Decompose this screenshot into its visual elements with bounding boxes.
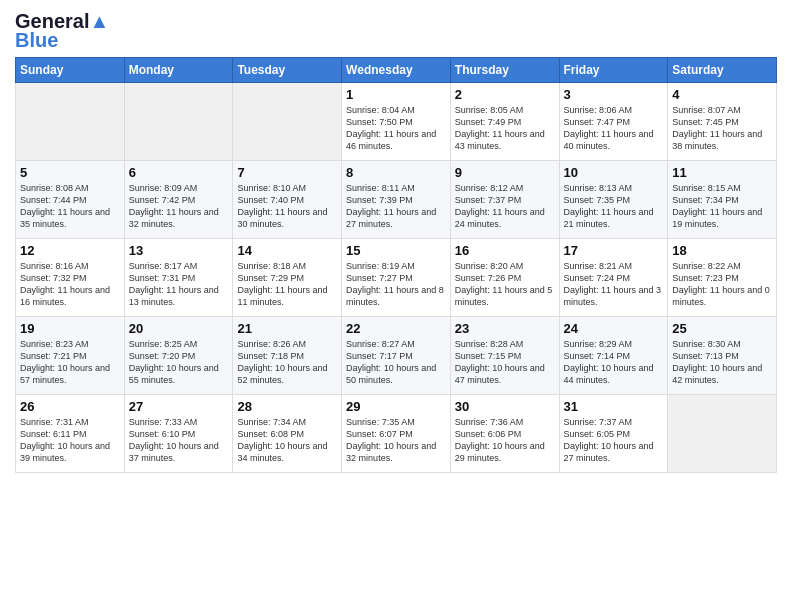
day-cell: 27 Sunrise: 7:33 AMSunset: 6:10 PMDaylig…	[124, 395, 233, 473]
cell-info: Sunrise: 8:06 AMSunset: 7:47 PMDaylight:…	[564, 104, 664, 153]
day-cell: 25 Sunrise: 8:30 AMSunset: 7:13 PMDaylig…	[668, 317, 777, 395]
day-number: 4	[672, 87, 772, 102]
week-row-1: 5 Sunrise: 8:08 AMSunset: 7:44 PMDayligh…	[16, 161, 777, 239]
day-number: 13	[129, 243, 229, 258]
weekday-header-saturday: Saturday	[668, 58, 777, 83]
cell-info: Sunrise: 8:13 AMSunset: 7:35 PMDaylight:…	[564, 182, 664, 231]
day-number: 21	[237, 321, 337, 336]
day-cell: 4 Sunrise: 8:07 AMSunset: 7:45 PMDayligh…	[668, 83, 777, 161]
cell-info: Sunrise: 8:18 AMSunset: 7:29 PMDaylight:…	[237, 260, 337, 309]
week-row-3: 19 Sunrise: 8:23 AMSunset: 7:21 PMDaylig…	[16, 317, 777, 395]
day-cell: 5 Sunrise: 8:08 AMSunset: 7:44 PMDayligh…	[16, 161, 125, 239]
day-cell: 19 Sunrise: 8:23 AMSunset: 7:21 PMDaylig…	[16, 317, 125, 395]
day-cell: 26 Sunrise: 7:31 AMSunset: 6:11 PMDaylig…	[16, 395, 125, 473]
cell-info: Sunrise: 8:28 AMSunset: 7:15 PMDaylight:…	[455, 338, 555, 387]
cell-info: Sunrise: 8:08 AMSunset: 7:44 PMDaylight:…	[20, 182, 120, 231]
day-cell: 10 Sunrise: 8:13 AMSunset: 7:35 PMDaylig…	[559, 161, 668, 239]
day-number: 9	[455, 165, 555, 180]
weekday-header-sunday: Sunday	[16, 58, 125, 83]
day-number: 23	[455, 321, 555, 336]
day-cell	[668, 395, 777, 473]
day-number: 27	[129, 399, 229, 414]
day-cell: 6 Sunrise: 8:09 AMSunset: 7:42 PMDayligh…	[124, 161, 233, 239]
cell-info: Sunrise: 8:09 AMSunset: 7:42 PMDaylight:…	[129, 182, 229, 231]
cell-info: Sunrise: 7:36 AMSunset: 6:06 PMDaylight:…	[455, 416, 555, 465]
day-number: 2	[455, 87, 555, 102]
day-cell: 22 Sunrise: 8:27 AMSunset: 7:17 PMDaylig…	[342, 317, 451, 395]
day-number: 31	[564, 399, 664, 414]
day-number: 22	[346, 321, 446, 336]
cell-info: Sunrise: 8:05 AMSunset: 7:49 PMDaylight:…	[455, 104, 555, 153]
cell-info: Sunrise: 8:27 AMSunset: 7:17 PMDaylight:…	[346, 338, 446, 387]
day-cell: 29 Sunrise: 7:35 AMSunset: 6:07 PMDaylig…	[342, 395, 451, 473]
day-number: 14	[237, 243, 337, 258]
day-number: 6	[129, 165, 229, 180]
cell-info: Sunrise: 7:33 AMSunset: 6:10 PMDaylight:…	[129, 416, 229, 465]
cell-info: Sunrise: 8:26 AMSunset: 7:18 PMDaylight:…	[237, 338, 337, 387]
day-cell	[233, 83, 342, 161]
cell-info: Sunrise: 7:35 AMSunset: 6:07 PMDaylight:…	[346, 416, 446, 465]
day-cell	[16, 83, 125, 161]
day-number: 19	[20, 321, 120, 336]
weekday-header-thursday: Thursday	[450, 58, 559, 83]
day-number: 3	[564, 87, 664, 102]
day-number: 28	[237, 399, 337, 414]
day-number: 26	[20, 399, 120, 414]
day-cell: 1 Sunrise: 8:04 AMSunset: 7:50 PMDayligh…	[342, 83, 451, 161]
day-number: 12	[20, 243, 120, 258]
day-number: 20	[129, 321, 229, 336]
day-cell: 24 Sunrise: 8:29 AMSunset: 7:14 PMDaylig…	[559, 317, 668, 395]
day-cell: 28 Sunrise: 7:34 AMSunset: 6:08 PMDaylig…	[233, 395, 342, 473]
cell-info: Sunrise: 8:10 AMSunset: 7:40 PMDaylight:…	[237, 182, 337, 231]
cell-info: Sunrise: 8:04 AMSunset: 7:50 PMDaylight:…	[346, 104, 446, 153]
week-row-4: 26 Sunrise: 7:31 AMSunset: 6:11 PMDaylig…	[16, 395, 777, 473]
day-cell: 7 Sunrise: 8:10 AMSunset: 7:40 PMDayligh…	[233, 161, 342, 239]
weekday-header-tuesday: Tuesday	[233, 58, 342, 83]
day-cell: 12 Sunrise: 8:16 AMSunset: 7:32 PMDaylig…	[16, 239, 125, 317]
weekday-header-row: SundayMondayTuesdayWednesdayThursdayFrid…	[16, 58, 777, 83]
cell-info: Sunrise: 8:11 AMSunset: 7:39 PMDaylight:…	[346, 182, 446, 231]
cell-info: Sunrise: 8:07 AMSunset: 7:45 PMDaylight:…	[672, 104, 772, 153]
day-number: 30	[455, 399, 555, 414]
logo: General▲ Blue	[15, 10, 109, 51]
day-number: 15	[346, 243, 446, 258]
day-number: 25	[672, 321, 772, 336]
cell-info: Sunrise: 8:16 AMSunset: 7:32 PMDaylight:…	[20, 260, 120, 309]
cell-info: Sunrise: 8:15 AMSunset: 7:34 PMDaylight:…	[672, 182, 772, 231]
week-row-0: 1 Sunrise: 8:04 AMSunset: 7:50 PMDayligh…	[16, 83, 777, 161]
cell-info: Sunrise: 8:20 AMSunset: 7:26 PMDaylight:…	[455, 260, 555, 309]
cell-info: Sunrise: 8:29 AMSunset: 7:14 PMDaylight:…	[564, 338, 664, 387]
header: General▲ Blue	[15, 10, 777, 51]
weekday-header-friday: Friday	[559, 58, 668, 83]
day-number: 11	[672, 165, 772, 180]
day-number: 17	[564, 243, 664, 258]
day-cell: 17 Sunrise: 8:21 AMSunset: 7:24 PMDaylig…	[559, 239, 668, 317]
day-cell: 31 Sunrise: 7:37 AMSunset: 6:05 PMDaylig…	[559, 395, 668, 473]
day-cell: 9 Sunrise: 8:12 AMSunset: 7:37 PMDayligh…	[450, 161, 559, 239]
day-number: 5	[20, 165, 120, 180]
day-number: 1	[346, 87, 446, 102]
day-cell: 3 Sunrise: 8:06 AMSunset: 7:47 PMDayligh…	[559, 83, 668, 161]
day-cell: 18 Sunrise: 8:22 AMSunset: 7:23 PMDaylig…	[668, 239, 777, 317]
cell-info: Sunrise: 7:34 AMSunset: 6:08 PMDaylight:…	[237, 416, 337, 465]
day-number: 7	[237, 165, 337, 180]
day-number: 18	[672, 243, 772, 258]
day-cell: 2 Sunrise: 8:05 AMSunset: 7:49 PMDayligh…	[450, 83, 559, 161]
cell-info: Sunrise: 8:25 AMSunset: 7:20 PMDaylight:…	[129, 338, 229, 387]
cell-info: Sunrise: 8:19 AMSunset: 7:27 PMDaylight:…	[346, 260, 446, 309]
day-cell: 14 Sunrise: 8:18 AMSunset: 7:29 PMDaylig…	[233, 239, 342, 317]
day-cell: 23 Sunrise: 8:28 AMSunset: 7:15 PMDaylig…	[450, 317, 559, 395]
day-number: 8	[346, 165, 446, 180]
cell-info: Sunrise: 8:21 AMSunset: 7:24 PMDaylight:…	[564, 260, 664, 309]
weekday-header-wednesday: Wednesday	[342, 58, 451, 83]
day-cell: 21 Sunrise: 8:26 AMSunset: 7:18 PMDaylig…	[233, 317, 342, 395]
cell-info: Sunrise: 8:12 AMSunset: 7:37 PMDaylight:…	[455, 182, 555, 231]
cell-info: Sunrise: 7:37 AMSunset: 6:05 PMDaylight:…	[564, 416, 664, 465]
day-number: 10	[564, 165, 664, 180]
day-cell: 20 Sunrise: 8:25 AMSunset: 7:20 PMDaylig…	[124, 317, 233, 395]
cell-info: Sunrise: 8:23 AMSunset: 7:21 PMDaylight:…	[20, 338, 120, 387]
day-cell	[124, 83, 233, 161]
day-cell: 16 Sunrise: 8:20 AMSunset: 7:26 PMDaylig…	[450, 239, 559, 317]
day-cell: 15 Sunrise: 8:19 AMSunset: 7:27 PMDaylig…	[342, 239, 451, 317]
day-cell: 8 Sunrise: 8:11 AMSunset: 7:39 PMDayligh…	[342, 161, 451, 239]
